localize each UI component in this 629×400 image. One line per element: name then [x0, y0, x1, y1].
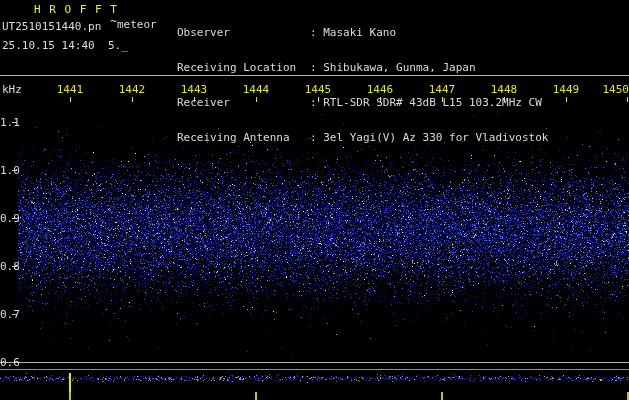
freq-tick-label: 0.9	[0, 213, 16, 224]
strip-top-border	[0, 362, 629, 363]
info-row: Observer: Masaki Kano	[177, 26, 548, 39]
info-row: Receiving Location: Shibukawa, Gunma, Ja…	[177, 61, 548, 74]
info-label-observer: Observer	[177, 26, 310, 39]
station-name: ~meteor	[110, 18, 156, 31]
freq-tick-label: 0.7	[0, 309, 16, 320]
freq-tick-label: 1.1	[0, 117, 16, 128]
time-tick-label: 1446	[367, 84, 394, 95]
time-tick-label: 1444	[243, 84, 270, 95]
info-value-receiver: : RTL-SDR SDR# 43dB L15 103.2MHz CW	[310, 96, 542, 109]
info-label-receiver: Receiver	[177, 96, 310, 109]
time-tick-mark	[627, 97, 628, 102]
time-tick-label: 1447	[429, 84, 456, 95]
time-tick-label: 1445	[305, 84, 332, 95]
time-tick-label: 1450	[603, 84, 629, 95]
time-tick-mark	[566, 97, 567, 102]
info-label-antenna: Receiving Antenna	[177, 131, 310, 144]
freq-tick-label: 0.8	[0, 261, 16, 272]
y-axis-unit-label: kHz	[2, 84, 22, 95]
info-row: Receiving Antenna: 3el Yagi(V) Az 330 fo…	[177, 131, 548, 144]
tilde-mark: ~	[110, 15, 117, 28]
strip-inner-border	[0, 369, 629, 370]
info-value-location: : Shibukawa, Gunma, Japan	[310, 61, 476, 74]
output-filename-line: UT2510151440.pn~meteor	[2, 21, 157, 32]
hrofft-window: H R O F F T UT2510151440.pn~meteor 25.10…	[0, 0, 629, 400]
time-tick-label: 1449	[553, 84, 580, 95]
datetime-status: 25.10.15 14:40 5._	[2, 40, 128, 51]
time-tick-label: 1448	[491, 84, 518, 95]
info-value-observer: : Masaki Kano	[310, 26, 396, 39]
info-row: Receiver: RTL-SDR SDR# 43dB L15 103.2MHz…	[177, 96, 548, 109]
station-label: meteor	[117, 18, 157, 31]
time-tick-label: 1442	[119, 84, 146, 95]
freq-tick-label: 0.6	[0, 357, 16, 368]
time-tick-label: 1443	[181, 84, 208, 95]
info-value-antenna: : 3el Yagi(V) Az 330 for Vladivostok	[310, 131, 548, 144]
freq-tick-label: 1.0	[0, 165, 16, 176]
app-title: H R O F F T	[34, 4, 118, 15]
time-tick-mark	[132, 97, 133, 102]
time-tick-mark	[70, 97, 71, 102]
time-tick-label: 1441	[57, 84, 84, 95]
info-label-location: Receiving Location	[177, 61, 310, 74]
filename-text: UT2510151440.pn	[2, 20, 101, 33]
